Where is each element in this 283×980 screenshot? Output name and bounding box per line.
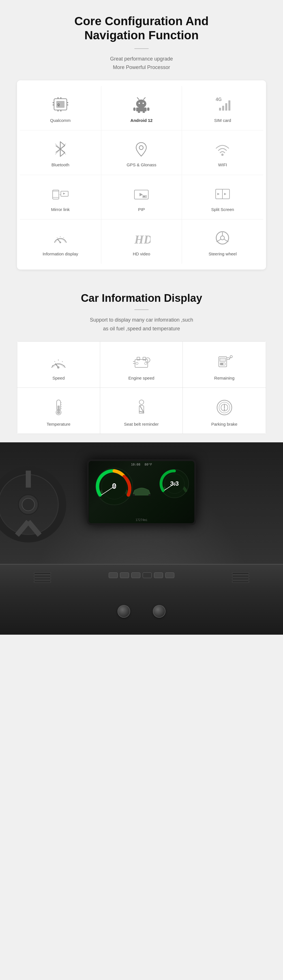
svg-point-13 xyxy=(142,102,144,104)
remaining-icon xyxy=(212,350,237,373)
svg-rect-112 xyxy=(148,494,150,496)
right-gauge: 3.3 xyxy=(159,468,190,499)
infodisplay-icon xyxy=(49,228,72,248)
feature-bluetooth: Bluetooth xyxy=(20,130,101,175)
core-subtitle: Great performance upgrade More Powerful … xyxy=(11,54,272,72)
steeringwheel-icon xyxy=(211,228,234,248)
section-core: Core Configuration And Navigation Functi… xyxy=(0,0,283,278)
car-info-seatbelt: Seat belt reminder xyxy=(100,388,183,434)
feature-android: Android 12 xyxy=(101,86,182,130)
core-title: Core Configuration And Navigation Functi… xyxy=(11,14,272,43)
svg-marker-37 xyxy=(63,192,66,194)
screen-distance: 17274mi xyxy=(136,519,147,522)
svg-point-91 xyxy=(139,400,144,404)
feature-gps: GPS & Glonass xyxy=(101,130,182,175)
svg-rect-2 xyxy=(53,102,54,103)
svg-rect-25 xyxy=(229,100,230,111)
svg-rect-24 xyxy=(225,103,227,111)
parking-brake-icon xyxy=(212,396,237,419)
feature-steeringwheel: Steering wheel xyxy=(182,220,263,264)
engine-label: Engine speed xyxy=(128,375,155,380)
parking-label: Parking brake xyxy=(211,422,237,426)
divider xyxy=(134,48,149,49)
feature-qualcomm: Q Qualcomm xyxy=(20,86,101,130)
car-info-engine: Engine speed xyxy=(100,342,183,388)
svg-rect-3 xyxy=(53,104,54,105)
temperature-icon xyxy=(46,396,71,419)
feature-infodisplay: Information display xyxy=(20,220,101,264)
bluetooth-label: Bluetooth xyxy=(51,162,69,168)
svg-point-110 xyxy=(113,485,116,488)
svg-text:Q: Q xyxy=(58,103,60,107)
screen-top-bar: 10:08 80°F xyxy=(131,463,152,466)
gps-icon xyxy=(130,139,153,159)
android-icon xyxy=(130,94,153,114)
engine-speed-icon xyxy=(128,350,154,373)
svg-point-73 xyxy=(145,362,147,364)
svg-line-63 xyxy=(54,361,55,362)
svg-point-11 xyxy=(136,100,146,108)
svg-point-56 xyxy=(221,236,224,240)
feature-wifi: WIFI xyxy=(182,130,263,175)
car-info-parking: Parking brake xyxy=(183,388,266,434)
splitscreen-label: Split Screen xyxy=(211,207,234,212)
car-info-remaining: Remaining xyxy=(183,342,266,388)
svg-rect-8 xyxy=(58,110,59,111)
svg-rect-5 xyxy=(67,104,68,105)
speed-icon xyxy=(46,350,71,373)
svg-text:HD: HD xyxy=(134,233,150,246)
car-info-temperature: Temperature xyxy=(17,388,100,434)
feature-mirrorlink: Mirror link xyxy=(20,175,101,220)
knobs-row xyxy=(117,605,166,618)
steering-wheel-area xyxy=(0,465,68,544)
svg-rect-33 xyxy=(53,190,59,199)
support-text: Support to display many car infomration … xyxy=(11,316,272,333)
left-gauge: 0 xyxy=(94,467,134,506)
infodisplay-label: Information display xyxy=(42,251,78,257)
svg-text:4G: 4G xyxy=(216,97,222,102)
screen-bezel: 10:08 80°F xyxy=(87,459,196,525)
divider2 xyxy=(134,309,149,310)
svg-line-51 xyxy=(63,237,64,238)
wifi-icon xyxy=(211,139,234,159)
svg-rect-111 xyxy=(133,494,135,496)
svg-rect-7 xyxy=(60,97,61,99)
speed-label: Speed xyxy=(52,375,64,380)
svg-line-64 xyxy=(62,361,63,362)
temperature-label: Temperature xyxy=(47,422,70,426)
dash-lower xyxy=(0,564,283,635)
svg-rect-6 xyxy=(58,97,59,99)
svg-point-117 xyxy=(173,482,176,485)
svg-rect-9 xyxy=(60,110,61,111)
svg-rect-82 xyxy=(221,363,223,365)
feature-pip: PIP xyxy=(101,175,182,220)
right-vents xyxy=(232,573,249,582)
feature-splitscreen: Split Screen xyxy=(182,175,263,220)
car-info-grid: Speed xyxy=(17,341,266,434)
svg-line-50 xyxy=(57,237,58,238)
svg-rect-23 xyxy=(222,106,224,111)
car-silhouette xyxy=(130,485,153,500)
feature-hdvideo: HD HD video xyxy=(101,220,182,264)
svg-marker-45 xyxy=(217,193,220,195)
svg-point-31 xyxy=(139,146,143,150)
seatbelt-label: Seat belt reminder xyxy=(124,422,159,426)
simcard-icon: 4G xyxy=(211,94,234,114)
svg-line-103 xyxy=(28,522,40,535)
svg-rect-80 xyxy=(220,358,225,361)
car-info-speed: Speed xyxy=(17,342,100,388)
features-card: Q Qualcomm xyxy=(17,80,266,269)
seatbelt-icon xyxy=(128,396,154,419)
simcard-label: SIM card xyxy=(214,118,231,123)
qualcomm-icon: Q xyxy=(49,94,72,114)
svg-rect-22 xyxy=(219,108,221,111)
qualcomm-label: Qualcomm xyxy=(50,118,71,123)
steeringwheel-label: Steering wheel xyxy=(209,251,237,257)
svg-point-53 xyxy=(59,242,61,243)
section-car-info: Car Information Display Support to displ… xyxy=(0,278,283,442)
remaining-label: Remaining xyxy=(214,375,235,380)
mirrorlink-label: Mirror link xyxy=(51,207,70,212)
controls-row xyxy=(109,573,174,578)
svg-rect-18 xyxy=(147,108,149,111)
svg-line-14 xyxy=(137,97,139,100)
